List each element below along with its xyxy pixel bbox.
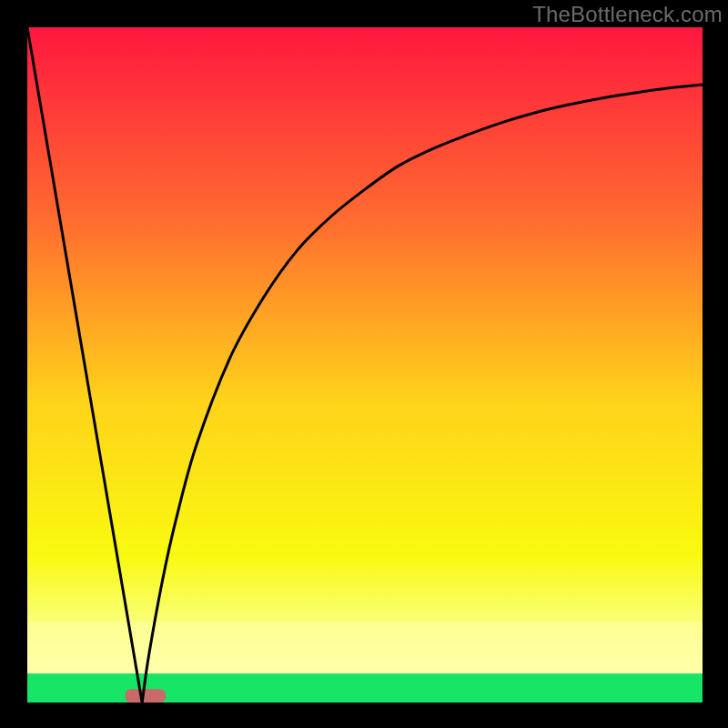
plot-area (27, 27, 703, 703)
chart-svg (27, 27, 703, 703)
gradient-background (27, 27, 703, 703)
watermark-text: TheBottleneck.com (532, 2, 723, 27)
optimal-marker (126, 689, 167, 703)
chart-frame: TheBottleneck.com (0, 0, 728, 728)
